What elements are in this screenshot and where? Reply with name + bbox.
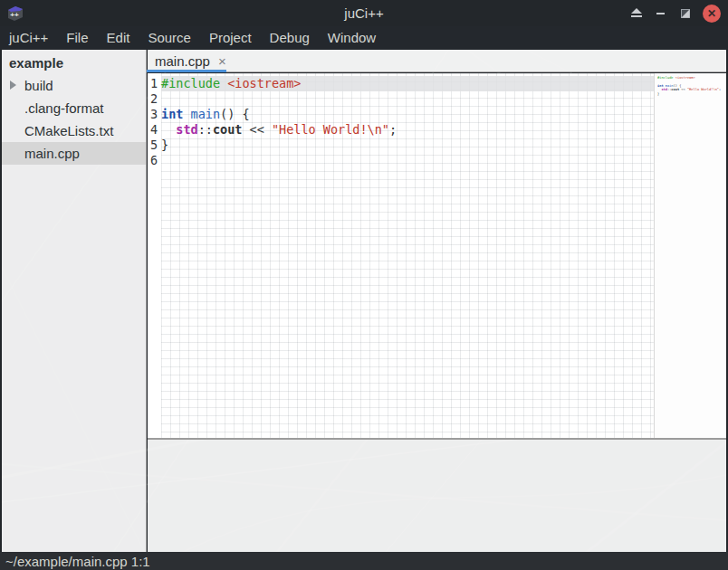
expander-arrow-icon[interactable]: [10, 81, 16, 90]
code-line-2: [161, 91, 654, 107]
tree-item-label: main.cpp: [24, 146, 80, 161]
file-tree: build.clang-formatCMakeLists.txtmain.cpp: [2, 74, 146, 165]
close-button[interactable]: ✕: [703, 5, 721, 23]
tree-item-label: .clang-format: [24, 100, 104, 116]
minimize-icon: [656, 8, 666, 19]
content-area: example build.clang-formatCMakeLists.txt…: [0, 50, 728, 552]
code-text: #include <iostream> int main() { std::co…: [161, 73, 654, 168]
file-tree-panel: example build.clang-formatCMakeLists.txt…: [2, 50, 147, 552]
tab-close-icon[interactable]: ×: [218, 54, 226, 68]
line-number: 1: [150, 76, 161, 91]
statusbar: ~/example/main.cpp 1:1: [0, 552, 728, 570]
code-line-6: [161, 153, 654, 168]
restore-button[interactable]: [678, 6, 693, 21]
terminal-panel[interactable]: [148, 440, 726, 552]
code-line-4: std::cout << "Hello World!\n";: [657, 88, 726, 92]
minimap-code: #include <iostream> int main() { std::co…: [657, 75, 726, 100]
line-number: 2: [150, 91, 161, 107]
line-number: 4: [150, 122, 161, 138]
titlebar: ++ juCi++ ✕: [0, 0, 728, 26]
tree-item-build[interactable]: build: [2, 74, 146, 97]
code-line-3: int main() {: [161, 107, 654, 122]
code-line-6: [657, 96, 726, 100]
juci-window: ++ juCi++ ✕: [0, 0, 728, 570]
line-number: 5: [150, 138, 161, 153]
shade-button[interactable]: [629, 6, 644, 21]
source-editor[interactable]: 123456 #include <iostream> int main() { …: [148, 73, 726, 438]
status-file-position: ~/example/main.cpp 1:1: [0, 554, 150, 569]
menu-item-window[interactable]: Window: [321, 26, 383, 50]
tree-item--clang-format[interactable]: .clang-format: [2, 97, 146, 119]
tree-item-label: CMakeLists.txt: [24, 123, 113, 138]
close-icon: ✕: [707, 8, 716, 19]
menu-item-edit[interactable]: Edit: [100, 26, 138, 50]
code-line-4: std::cout << "Hello World!\n";: [161, 122, 654, 138]
code-line-5: }: [161, 138, 654, 153]
code-line-1: #include <iostream>: [161, 76, 654, 91]
line-number: 6: [150, 153, 161, 168]
minimap[interactable]: #include <iostream> int main() { std::co…: [654, 73, 726, 438]
active-tab-indicator: [147, 70, 226, 72]
tab-label: main.cpp: [155, 53, 210, 69]
window-controls: ✕: [629, 0, 721, 26]
menu-item-project[interactable]: Project: [202, 26, 259, 50]
minimize-button[interactable]: [654, 6, 668, 21]
eject-icon: [630, 7, 643, 19]
project-root-label: example: [2, 52, 146, 74]
line-number-gutter: 123456: [148, 73, 161, 438]
restore-icon: [680, 8, 691, 19]
menu-item-juci[interactable]: juCi++: [2, 26, 55, 50]
code-area[interactable]: #include <iostream> int main() { std::co…: [161, 73, 654, 438]
menu-item-file[interactable]: File: [59, 26, 95, 50]
tab-bar: main.cpp ×: [148, 50, 726, 72]
tree-item-main-cpp[interactable]: main.cpp: [2, 142, 146, 165]
menu-item-debug[interactable]: Debug: [263, 26, 317, 50]
menu-item-source[interactable]: Source: [140, 26, 198, 50]
tree-item-label: build: [24, 78, 53, 93]
tree-item-cmakelists-txt[interactable]: CMakeLists.txt: [2, 119, 146, 142]
menubar: juCi++FileEditSourceProjectDebugWindow: [0, 26, 728, 50]
window-title: juCi++: [0, 5, 728, 21]
line-number: 3: [150, 107, 161, 122]
main-panel: main.cpp × 123456 #include <iostream> in…: [148, 50, 726, 552]
